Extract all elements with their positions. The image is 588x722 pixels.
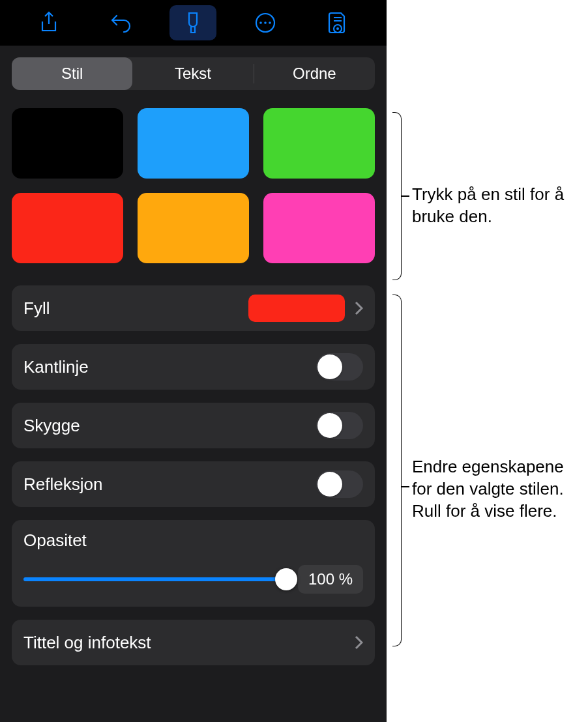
segmented-control: Stil Tekst Ordne <box>12 57 375 90</box>
fill-color-chip <box>248 295 345 322</box>
svg-point-3 <box>269 22 271 24</box>
undo-button[interactable] <box>98 5 145 40</box>
reflection-toggle[interactable] <box>316 470 363 498</box>
tab-arrange[interactable]: Ordne <box>254 57 375 90</box>
shadow-label: Skygge <box>23 416 316 436</box>
style-swatch[interactable] <box>263 193 375 263</box>
callout-bracket <box>392 295 402 646</box>
opacity-slider[interactable] <box>23 570 286 589</box>
style-swatch[interactable] <box>263 108 375 179</box>
callout-styles: Trykk på en stil for å bruke den. <box>412 184 575 228</box>
border-label: Kantlinje <box>23 357 316 377</box>
svg-point-1 <box>259 22 262 24</box>
slider-thumb[interactable] <box>275 568 297 590</box>
shadow-row[interactable]: Skygge <box>12 403 375 448</box>
tab-text[interactable]: Tekst <box>132 57 253 90</box>
style-swatch[interactable] <box>12 193 123 263</box>
fill-row[interactable]: Fyll <box>12 285 375 331</box>
fill-label: Fyll <box>23 298 248 319</box>
share-button[interactable] <box>25 5 72 40</box>
more-button[interactable] <box>242 5 289 40</box>
share-icon <box>39 11 59 35</box>
svg-point-5 <box>336 27 339 30</box>
toolbar <box>0 0 387 46</box>
style-swatch[interactable] <box>138 193 249 263</box>
callout-tick <box>402 486 409 487</box>
title-caption-row[interactable]: Tittel og infotekst <box>12 620 375 665</box>
opacity-row: Opasitet 100 % <box>12 520 375 607</box>
svg-point-2 <box>264 22 267 24</box>
opacity-label: Opasitet <box>23 530 363 551</box>
callout-properties: Endre egenskapene for den valgte stilen.… <box>412 456 581 522</box>
format-button[interactable] <box>169 5 216 40</box>
chevron-right-icon <box>354 300 363 316</box>
style-swatch[interactable] <box>12 108 123 179</box>
brush-icon <box>183 11 203 35</box>
tab-style[interactable]: Stil <box>12 57 132 90</box>
style-swatch[interactable] <box>138 108 249 179</box>
callout-bracket <box>392 112 402 280</box>
chevron-right-icon <box>354 635 363 650</box>
style-swatch-grid <box>12 108 375 263</box>
undo-icon <box>110 13 132 33</box>
opacity-value[interactable]: 100 % <box>298 565 363 594</box>
border-toggle[interactable] <box>316 353 363 381</box>
callout-tick <box>402 195 409 197</box>
document-settings-button[interactable] <box>314 5 361 40</box>
reflection-row[interactable]: Refleksjon <box>12 461 375 507</box>
reflection-label: Refleksjon <box>23 474 316 495</box>
format-panel: Stil Tekst Ordne Fyll Kantlinje Skygge <box>0 0 387 722</box>
border-row[interactable]: Kantlinje <box>12 344 375 390</box>
style-panel: Stil Tekst Ordne Fyll Kantlinje Skygge <box>0 46 387 722</box>
title-caption-label: Tittel og infotekst <box>23 633 354 653</box>
more-icon <box>254 12 276 34</box>
shadow-toggle[interactable] <box>316 412 363 439</box>
document-settings-icon <box>328 11 347 35</box>
